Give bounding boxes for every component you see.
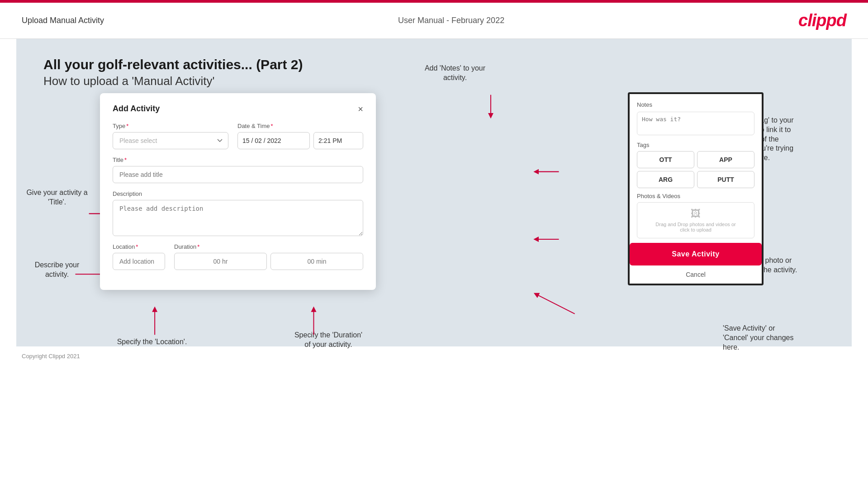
location-input[interactable] [113,253,165,270]
modal-header: Add Activity × [113,104,363,114]
annotation-description: Describe your activity. [25,261,89,280]
type-select[interactable]: Please select [113,132,228,149]
save-activity-button[interactable]: Save Activity [630,243,762,265]
datetime-label: Date & Time* [237,123,363,129]
header-subtitle: User Manual - February 2022 [398,16,504,25]
description-textarea[interactable] [113,200,363,236]
annotation-title: Give your activity a 'Title'. [25,188,89,207]
app-panel: Notes Tags OTT APP ARG PUTT Photos & Vid… [628,92,764,285]
date-time-inputs [237,132,363,149]
copyright: Copyright Clippd 2021 [22,353,80,360]
duration-min-input[interactable] [270,253,363,270]
svg-line-9 [536,294,574,314]
tag-putt[interactable]: PUTT [697,171,754,188]
modal-close-button[interactable]: × [358,104,363,114]
duration-group: Duration* [174,243,363,270]
title-label: Title* [113,156,363,163]
annotation-duration: Specify the 'Duration' of your activity. [283,331,374,350]
duration-hr-input[interactable] [174,253,267,270]
location-duration-row: Location* Duration* [113,243,363,270]
tag-ott[interactable]: OTT [637,151,694,168]
description-label: Description [113,190,363,197]
date-input[interactable] [237,132,310,149]
photo-icon: 🖼 [691,208,701,220]
duration-label: Duration* [174,243,363,250]
tags-label: Tags [637,142,754,148]
header-title: Upload Manual Activity [22,16,104,25]
tag-arg[interactable]: ARG [637,171,694,188]
notes-textarea[interactable] [637,112,754,135]
modal-title: Add Activity [113,104,160,114]
tag-app[interactable]: APP [697,151,754,168]
title-input[interactable] [113,166,363,183]
type-datetime-row: Type* Please select Date & Time* [113,123,363,149]
panel-inner: Notes Tags OTT APP ARG PUTT Photos & Vid… [630,94,762,238]
cancel-link[interactable]: Cancel [630,265,762,284]
annotation-save: 'Save Activity' or 'Cancel' your changes… [723,324,827,352]
duration-inputs [174,253,363,270]
notes-label: Notes [637,101,754,108]
photo-drop-zone[interactable]: 🖼 Drag and Drop photos and videos or cli… [637,202,754,238]
description-group: Description [113,190,363,236]
title-group: Title* [113,156,363,183]
add-activity-modal: Add Activity × Type* Please select Date … [100,93,376,290]
logo: clippd [798,11,846,30]
photos-label: Photos & Videos [637,193,754,199]
photo-drop-text: Drag and Drop photos and videos or click… [655,222,735,232]
location-label: Location* [113,243,165,250]
location-group: Location* [113,243,165,270]
header: Upload Manual Activity User Manual - Feb… [0,3,868,39]
annotation-location: Specify the 'Location'. [116,337,188,347]
type-group: Type* Please select [113,123,228,149]
type-label: Type* [113,123,228,129]
main-content: All your golf-relevant activities... (Pa… [16,39,852,346]
time-input[interactable] [313,132,363,149]
datetime-group: Date & Time* [237,123,363,149]
tags-grid: OTT APP ARG PUTT [637,151,754,188]
annotation-notes: Add 'Notes' to your activity. [410,64,500,83]
